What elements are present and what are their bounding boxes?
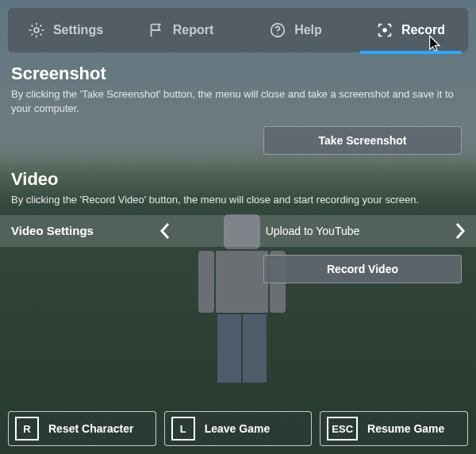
record-panel: Screenshot By clicking the 'Take Screens… [0, 52, 476, 283]
tab-report[interactable]: Report [123, 8, 238, 52]
tab-label: Report [173, 23, 214, 37]
help-icon [269, 21, 286, 39]
video-settings-label: Video Settings [11, 224, 154, 237]
keycap: R [15, 417, 39, 441]
record-icon [376, 21, 393, 39]
keycap: L [171, 417, 195, 441]
button-label: Record Video [327, 263, 398, 275]
chevron-left-icon[interactable] [154, 220, 176, 242]
button-label: Reset Character [48, 422, 133, 435]
take-screenshot-button[interactable]: Take Screenshot [263, 126, 462, 155]
svg-point-2 [277, 33, 278, 34]
flag-icon [148, 21, 165, 39]
record-video-button[interactable]: Record Video [263, 255, 462, 283]
video-settings-row: Video Settings Upload to YouTube [0, 215, 476, 247]
button-label: Take Screenshot [318, 134, 406, 147]
video-settings-value: Upload to YouTube [176, 225, 449, 237]
svg-point-3 [382, 28, 387, 33]
svg-point-0 [34, 28, 39, 33]
video-heading: Video [11, 169, 465, 190]
tab-label: Settings [53, 23, 103, 37]
video-settings-stepper: Upload to YouTube [154, 220, 471, 242]
chevron-right-icon[interactable] [449, 220, 471, 242]
tab-settings[interactable]: Settings [8, 8, 123, 52]
resume-game-button[interactable]: ESC Resume Game [320, 411, 468, 446]
cursor-icon [427, 35, 444, 52]
screenshot-heading: Screenshot [11, 63, 465, 84]
tab-bar: Settings Report Help [8, 8, 468, 52]
leave-game-button[interactable]: L Leave Game [164, 411, 313, 446]
button-label: Leave Game [205, 422, 271, 435]
reset-character-button[interactable]: R Reset Character [8, 411, 156, 446]
video-description: By clicking the 'Record Video' button, t… [11, 193, 463, 207]
gear-icon [28, 21, 45, 39]
screenshot-description: By clicking the 'Take Screenshot' button… [11, 87, 463, 115]
tab-record[interactable]: Record [353, 8, 468, 52]
button-label: Resume Game [367, 422, 444, 435]
footer-bar: R Reset Character L Leave Game ESC Resum… [0, 411, 476, 446]
keycap: ESC [327, 417, 358, 441]
tab-help[interactable]: Help [238, 8, 353, 52]
tab-label: Help [294, 23, 322, 37]
